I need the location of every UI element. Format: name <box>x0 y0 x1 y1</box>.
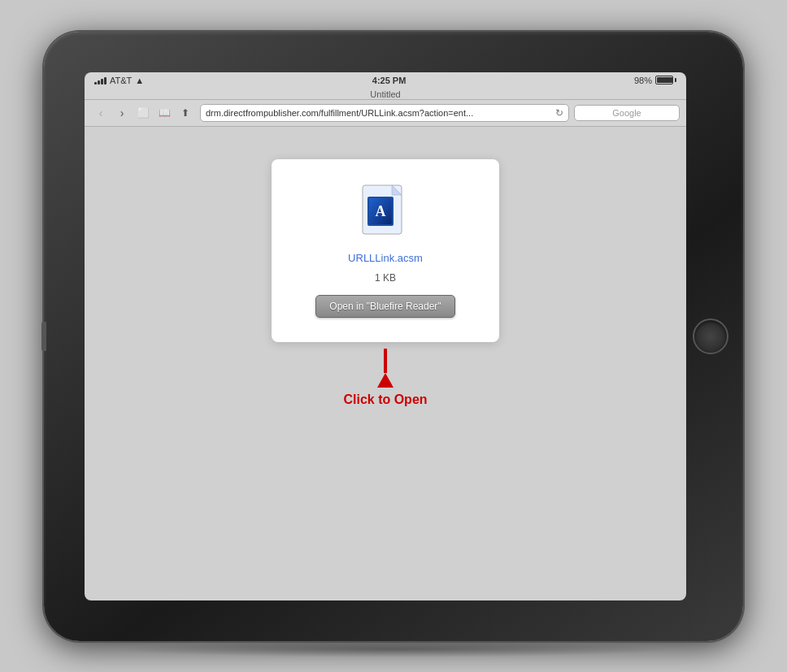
click-to-open-label: Click to Open <box>343 392 427 407</box>
signal-bars-icon <box>94 76 107 85</box>
url-text: drm.directfrompublisher.com/fulfillment/… <box>206 108 552 118</box>
tab-title: Untitled <box>370 89 400 99</box>
carrier-name: AT&T <box>110 76 132 85</box>
status-right: 98% <box>634 76 676 85</box>
signal-bar-1 <box>94 82 97 85</box>
arrow-container <box>377 349 394 388</box>
download-card: A URLLLink.acsm 1 KB Open in "Bluefire R… <box>272 159 499 342</box>
action-button[interactable]: ⬆ <box>176 103 195 123</box>
browser-chrome: AT&T ▲ 4:25 PM 98% Untitled <box>85 72 686 127</box>
browser-content: A URLLLink.acsm 1 KB Open in "Bluefire R… <box>85 127 686 600</box>
status-left: AT&T ▲ <box>94 76 144 85</box>
back-button[interactable]: ‹ <box>91 103 111 123</box>
open-in-bluefire-button[interactable]: Open in "Bluefire Reader" <box>315 295 454 318</box>
toolbar-icons: ‹ › ⬜ 📖 ⬆ <box>91 103 195 123</box>
status-bar: AT&T ▲ 4:25 PM 98% <box>85 72 686 87</box>
forward-button[interactable]: › <box>112 103 132 123</box>
google-search-field[interactable]: Google <box>574 105 680 121</box>
file-icon: A <box>361 184 410 244</box>
ipad-side-button <box>41 322 46 351</box>
battery-body <box>655 76 673 85</box>
refresh-icon[interactable]: ↻ <box>555 107 563 119</box>
bookmarks-button[interactable]: 📖 <box>154 103 174 123</box>
arrow-up-icon <box>377 373 394 388</box>
signal-bar-2 <box>98 80 100 85</box>
status-time: 4:25 PM <box>372 76 407 85</box>
battery-fill <box>657 77 672 83</box>
svg-text:A: A <box>376 203 386 219</box>
battery-pct-label: 98% <box>634 76 652 85</box>
ipad-device: AT&T ▲ 4:25 PM 98% Untitled <box>44 32 743 641</box>
battery-tip <box>675 78 676 82</box>
battery-icon <box>655 76 676 85</box>
acsm-file-icon: A <box>361 184 410 244</box>
tab-bar: Untitled <box>85 87 686 99</box>
home-button[interactable] <box>693 319 728 354</box>
address-field[interactable]: drm.directfrompublisher.com/fulfillment/… <box>200 104 569 122</box>
wifi-icon: ▲ <box>135 76 144 85</box>
file-name: URLLLink.acsm <box>348 252 423 264</box>
annotation-area: Click to Open <box>343 349 427 407</box>
ipad-screen-bezel: AT&T ▲ 4:25 PM 98% Untitled <box>85 72 686 600</box>
share-button[interactable]: ⬜ <box>133 103 153 123</box>
address-bar: ‹ › ⬜ 📖 ⬆ drm.directfrompublisher.com/fu… <box>85 99 686 126</box>
arrow-stem <box>384 349 387 373</box>
signal-bar-4 <box>104 77 107 85</box>
signal-bar-3 <box>101 79 103 85</box>
file-size: 1 KB <box>375 272 396 284</box>
